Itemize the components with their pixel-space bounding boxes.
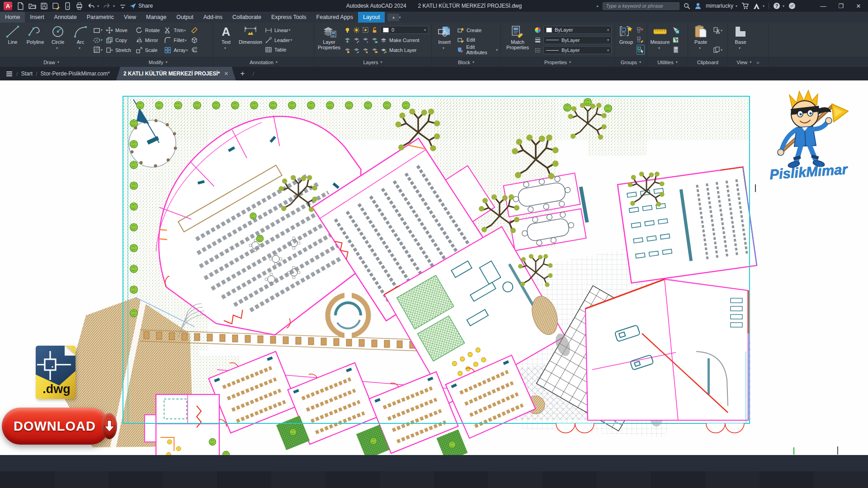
layer-unisolate-icon[interactable] (353, 37, 360, 43)
tab-stor-perde[interactable]: Stor-Perde-PislikMimar.com* (41, 70, 110, 77)
layer-previous-icon[interactable] (353, 47, 360, 54)
insert-block-button[interactable]: Insert▾ (434, 24, 454, 56)
line-button[interactable]: Line (3, 24, 23, 56)
base-button[interactable]: Base▾ (731, 24, 750, 56)
measure-button[interactable]: Measure▾ (650, 24, 670, 56)
layer-off-icon[interactable] (344, 47, 351, 54)
id-point-button[interactable] (672, 35, 679, 45)
layer-select-dropdown[interactable]: 0 ▾ (380, 26, 429, 34)
mirror-button[interactable]: Mirror (136, 35, 160, 45)
text-button[interactable]: A Text▾ (216, 24, 236, 56)
tab-express-tools[interactable]: Express Tools (266, 12, 311, 23)
array-button[interactable]: Array▾ (164, 45, 188, 55)
groups-panel-footer[interactable]: Groups▾ (615, 57, 647, 67)
tab-parametric[interactable]: Parametric (82, 12, 119, 23)
modify-panel-footer[interactable]: Modify▾ (103, 57, 213, 67)
properties-panel-footer[interactable]: Properties▾ (501, 57, 614, 67)
ribbon-collapse-icon[interactable]: ▲ (387, 14, 399, 21)
table-button[interactable]: Table (265, 45, 292, 55)
user-menu-caret-icon[interactable]: ▾ (736, 4, 737, 8)
signed-in-user[interactable]: mimarlucky (706, 3, 733, 9)
annotation-panel-footer[interactable]: Annotation▾ (213, 57, 314, 67)
search-input[interactable] (603, 2, 679, 10)
tab-start[interactable]: Start (21, 70, 33, 77)
leader-button[interactable]: Leader▾ (265, 35, 292, 45)
layer-properties-button[interactable]: Layer Properties (317, 24, 341, 56)
close-button[interactable]: ✕ (852, 0, 865, 12)
layer-on-bulb-icon[interactable] (344, 27, 351, 33)
tab-kultur-merkezi-active[interactable]: 2 KATLI KÜLTÜR MERKEZİ PROJESİ* ✕ (116, 67, 236, 80)
search-expand-icon[interactable]: ▸ (597, 4, 599, 8)
clipboard-panel-footer[interactable]: Clipboard (688, 57, 727, 67)
layer-thaw-sun-icon[interactable] (353, 27, 360, 33)
lineweight-dropdown[interactable]: ByLayer▾ (543, 36, 612, 44)
redo-caret-icon[interactable]: ▾ (113, 4, 115, 8)
dimension-button[interactable]: Dimension (239, 24, 262, 56)
undo-caret-icon[interactable]: ▾ (97, 4, 99, 8)
edit-attributes-button[interactable]: Edit Attributes▾ (457, 45, 498, 55)
app-store-cart-icon[interactable] (741, 2, 749, 9)
copy-button[interactable]: Copy (106, 35, 131, 45)
qat-customize-icon[interactable] (119, 2, 127, 10)
ribbon-collapse-control[interactable]: ▲ ▾ (387, 12, 401, 23)
tab-manage[interactable]: Manage (141, 12, 171, 23)
layer-delete-icon[interactable] (371, 47, 378, 54)
block-panel-footer[interactable]: Block▾ (432, 57, 500, 67)
help-icon[interactable]: ? (773, 2, 780, 9)
layer-freeze-vp-icon[interactable] (362, 27, 369, 33)
user-avatar-icon[interactable] (694, 2, 702, 9)
feedback-icon[interactable] (788, 2, 796, 9)
drawing-canvas[interactable]: PATIO (0, 80, 868, 455)
calculator-button[interactable] (672, 45, 679, 55)
quick-select-button[interactable] (672, 25, 679, 35)
linear-dimension-button[interactable]: Linear▾ (265, 25, 292, 35)
utilities-panel-footer[interactable]: Utilities▾ (647, 57, 688, 67)
move-button[interactable]: Move (106, 25, 131, 35)
tab-annotate[interactable]: Annotate (49, 12, 82, 23)
autodesk-menu-caret-icon[interactable]: ▾ (763, 4, 764, 8)
circle-button[interactable]: Circle▾ (48, 24, 68, 56)
share-button[interactable]: Share (129, 3, 153, 9)
help-caret-icon[interactable]: ▾ (783, 4, 784, 8)
open-folder-icon[interactable] (28, 2, 36, 10)
stretch-button[interactable]: Stretch (106, 45, 131, 55)
object-color-dropdown[interactable]: ByLayer▾ (543, 26, 612, 34)
group-selection-toggle[interactable] (637, 45, 645, 55)
create-block-button[interactable]: Create (457, 25, 498, 35)
tab-close-icon[interactable]: ✕ (224, 70, 229, 77)
hamburger-menu-icon[interactable] (5, 70, 13, 78)
paste-button[interactable]: Paste▾ (691, 24, 711, 56)
match-properties-button[interactable]: Match Properties (504, 24, 532, 56)
fillet-button[interactable]: Fillet▾ (164, 35, 188, 45)
layer-lock-icon[interactable] (371, 37, 378, 43)
explode-button[interactable] (191, 35, 198, 45)
new-tab-plus-icon[interactable]: + (241, 69, 245, 78)
plot-icon[interactable] (64, 2, 71, 10)
restore-button[interactable]: ❐ (834, 0, 848, 12)
copy-clip-button[interactable]: ▾ (713, 45, 722, 55)
download-button[interactable]: DOWNLOAD (2, 408, 109, 445)
tab-layout[interactable]: Layout (358, 12, 385, 23)
save-as-icon[interactable] (52, 2, 60, 10)
layers-panel-footer[interactable]: Layers▾ (314, 57, 431, 67)
hatch-tool-button[interactable]: ▾ (93, 45, 103, 55)
autodesk-logo-icon[interactable] (753, 2, 760, 10)
arc-button[interactable]: Arc▾ (71, 24, 90, 56)
group-edit-button[interactable] (637, 35, 645, 45)
view-panel-footer[interactable]: View▾» (728, 57, 768, 67)
tab-insert[interactable]: Insert (25, 12, 49, 23)
save-icon[interactable] (40, 2, 48, 10)
new-file-icon[interactable] (17, 2, 24, 10)
ungroup-button[interactable] (637, 25, 645, 35)
app-menu-caret-icon[interactable]: ▾ (10, 4, 12, 8)
layer-unlock-icon[interactable] (371, 27, 378, 33)
undo-icon[interactable] (87, 2, 95, 10)
tab-output[interactable]: Output (171, 12, 198, 23)
rectangle-tool-button[interactable]: ▾ (93, 25, 103, 35)
print-icon[interactable] (75, 2, 83, 10)
tab-add-ins[interactable]: Add-ins (198, 12, 227, 23)
redo-icon[interactable] (103, 2, 111, 10)
group-button[interactable]: Group (618, 24, 635, 56)
tab-featured-apps[interactable]: Featured Apps (311, 12, 358, 23)
tab-view[interactable]: View (119, 12, 141, 23)
